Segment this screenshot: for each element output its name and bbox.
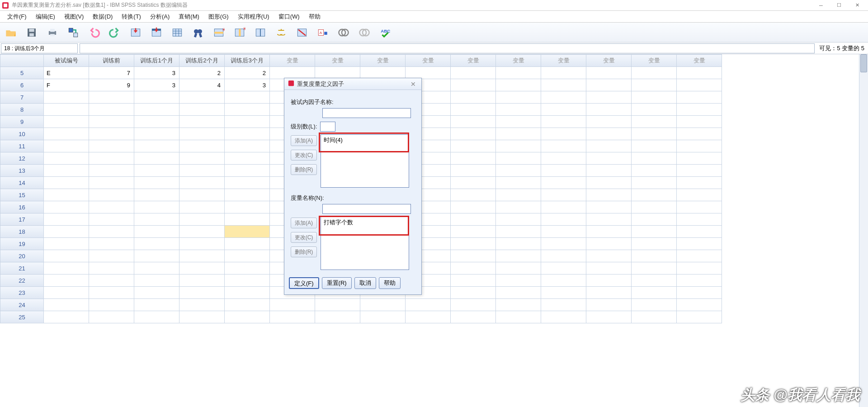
cell[interactable]: [632, 274, 677, 287]
cell[interactable]: [496, 116, 541, 128]
cell[interactable]: [496, 311, 541, 323]
cell[interactable]: [541, 79, 586, 91]
cell[interactable]: [44, 177, 89, 189]
cell[interactable]: [89, 116, 134, 128]
cell[interactable]: [225, 91, 270, 104]
cell[interactable]: [586, 128, 632, 140]
cell[interactable]: [134, 91, 179, 104]
cell[interactable]: [225, 311, 270, 323]
show-all-variables-icon[interactable]: [357, 25, 372, 40]
define-button[interactable]: 定义(F): [289, 277, 319, 289]
window-close-button[interactable]: ✕: [848, 0, 866, 11]
cell[interactable]: [677, 189, 722, 201]
save-icon[interactable]: [24, 25, 39, 40]
cell[interactable]: [451, 152, 496, 165]
column-header-empty[interactable]: 变量: [451, 55, 496, 67]
cell[interactable]: [134, 165, 179, 177]
cell[interactable]: [134, 238, 179, 250]
cell[interactable]: [586, 226, 632, 238]
cell[interactable]: [451, 165, 496, 177]
measure-change-button[interactable]: 更改(C): [291, 232, 317, 243]
column-header[interactable]: 训练后1个月: [134, 55, 179, 67]
row-number[interactable]: 6: [0, 79, 44, 91]
cell[interactable]: [406, 67, 451, 79]
cell[interactable]: [451, 201, 496, 213]
cell[interactable]: [44, 152, 89, 165]
cell[interactable]: [677, 67, 722, 79]
cell[interactable]: [134, 177, 179, 189]
cell[interactable]: [89, 165, 134, 177]
cell[interactable]: [632, 165, 677, 177]
column-header-empty[interactable]: 变量: [677, 55, 722, 67]
cell[interactable]: [44, 226, 89, 238]
cell[interactable]: [44, 262, 89, 274]
cell[interactable]: [134, 250, 179, 262]
cell[interactable]: [586, 91, 632, 104]
cell[interactable]: [632, 67, 677, 79]
cell[interactable]: [496, 152, 541, 165]
cell[interactable]: [44, 91, 89, 104]
column-header-empty[interactable]: 变量: [541, 55, 586, 67]
cell[interactable]: [89, 201, 134, 213]
cell[interactable]: [632, 189, 677, 201]
cell[interactable]: [541, 165, 586, 177]
cell[interactable]: [677, 311, 722, 323]
row-number[interactable]: 11: [0, 140, 44, 152]
cell[interactable]: [632, 201, 677, 213]
cell[interactable]: [496, 299, 541, 311]
cell[interactable]: [225, 201, 270, 213]
cell[interactable]: [451, 250, 496, 262]
cell[interactable]: [677, 177, 722, 189]
cell[interactable]: [179, 238, 225, 250]
cell[interactable]: [44, 238, 89, 250]
cell[interactable]: [225, 262, 270, 274]
weight-cases-icon[interactable]: [274, 25, 288, 40]
cell[interactable]: [541, 250, 586, 262]
cell[interactable]: [44, 116, 89, 128]
cell[interactable]: [225, 299, 270, 311]
cell[interactable]: [89, 152, 134, 165]
cell[interactable]: [44, 274, 89, 287]
cell[interactable]: [541, 226, 586, 238]
row-number[interactable]: 16: [0, 201, 44, 213]
cell[interactable]: [451, 67, 496, 79]
cell[interactable]: [496, 104, 541, 116]
cell[interactable]: [44, 128, 89, 140]
cell[interactable]: [89, 299, 134, 311]
row-number[interactable]: 23: [0, 287, 44, 299]
cell[interactable]: [541, 91, 586, 104]
menu-window[interactable]: 窗口(W): [274, 11, 304, 22]
cell[interactable]: [632, 91, 677, 104]
cell[interactable]: [541, 201, 586, 213]
cell[interactable]: [134, 311, 179, 323]
cell[interactable]: [677, 287, 722, 299]
cell[interactable]: [677, 213, 722, 226]
cell[interactable]: [225, 238, 270, 250]
column-header-empty[interactable]: 变量: [270, 55, 315, 67]
cell[interactable]: [179, 116, 225, 128]
cell[interactable]: [496, 213, 541, 226]
cell[interactable]: [677, 250, 722, 262]
cell[interactable]: [451, 299, 496, 311]
cell[interactable]: [632, 250, 677, 262]
measure-listbox[interactable]: 打错字个数: [321, 217, 409, 270]
cell[interactable]: [586, 140, 632, 152]
variables-icon[interactable]: [170, 25, 184, 40]
cell[interactable]: [541, 67, 586, 79]
menu-graphs[interactable]: 图形(G): [204, 11, 233, 22]
cell[interactable]: [632, 238, 677, 250]
cell[interactable]: [632, 116, 677, 128]
measure-add-button[interactable]: 添加(A): [291, 218, 317, 228]
split-file-icon[interactable]: [253, 25, 268, 40]
cell[interactable]: [270, 67, 315, 79]
measure-remove-button[interactable]: 删除(R): [291, 246, 317, 257]
cell[interactable]: [541, 104, 586, 116]
cell[interactable]: [451, 91, 496, 104]
vertical-scrollbar[interactable]: [859, 54, 868, 407]
cancel-button[interactable]: 取消: [354, 277, 376, 289]
cell[interactable]: [586, 250, 632, 262]
column-header-empty[interactable]: 变量: [496, 55, 541, 67]
cell[interactable]: [89, 262, 134, 274]
cell[interactable]: [451, 311, 496, 323]
cell[interactable]: [451, 287, 496, 299]
